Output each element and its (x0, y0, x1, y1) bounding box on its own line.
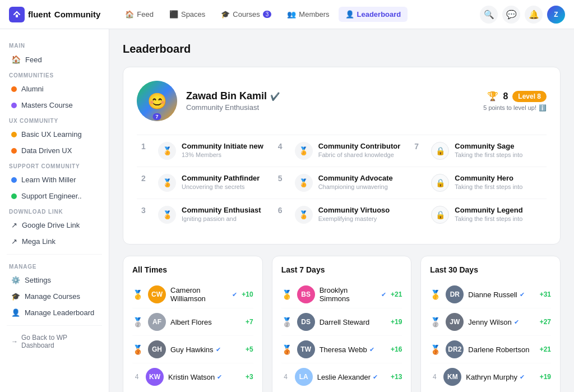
lb-row-avatar[interactable]: DR (446, 285, 464, 303)
badge-icon: 🔒 (431, 174, 449, 192)
messages-button[interactable]: 💬 (502, 6, 520, 24)
nav-leaderboard[interactable]: 👤Leaderboard (339, 7, 408, 22)
sidebar-item-data-driven[interactable]: Data Driven UX (7, 142, 102, 159)
lb-row-avatar[interactable]: LA (295, 368, 313, 386)
lb-row-name: Guy Hawkins ✔ (170, 345, 241, 354)
lb-row-avatar[interactable]: TW (297, 340, 315, 358)
feed-icon: 🏠 (125, 10, 134, 19)
wp-arrow-icon: → (11, 338, 18, 345)
badge-desc: Championing unwavering (318, 183, 393, 190)
lb-row-avatar[interactable]: JW (446, 313, 464, 331)
ux-section-label: UX COMMUNITY (7, 113, 102, 126)
support-section-label: SUPPORT COMMUNITY (7, 159, 102, 172)
notifications-button[interactable]: 🔔 (525, 6, 543, 24)
lb-row-points: +19 (540, 373, 551, 381)
sidebar-item-settings[interactable]: ⚙️ Settings (7, 272, 102, 288)
sidebar-item-manage-courses[interactable]: 🎓 Manage Courses (7, 288, 102, 305)
lb-row: 🥈 AF Albert Flores +7 (132, 308, 253, 336)
info-icon: ℹ️ (539, 104, 547, 112)
top-navigation: fluentCommunity 🏠Feed ⬛Spaces 🎓Courses 3… (0, 0, 574, 29)
nav-spaces[interactable]: ⬛Spaces (163, 7, 212, 22)
badge-info: Community Pathfinder Uncovering the secr… (182, 174, 260, 190)
courses-icon: 🎓 (221, 10, 230, 19)
lb-table-2: Last 30 Days 🥇 DR Dianne Russell ✔ +31 🥈… (420, 256, 561, 392)
sidebar-item-feed[interactable]: 🏠 Feed (7, 51, 102, 68)
lb-table-0: All Times 🥇 CW Cameron Williamson ✔ +10 … (123, 256, 263, 392)
badge-item: 🔒 Community Hero Taking the first steps … (410, 167, 547, 199)
leaderboard-tables: All Times 🥇 CW Cameron Williamson ✔ +10 … (123, 256, 561, 392)
badge-title: Community Pathfinder (182, 174, 260, 182)
app-logo[interactable]: fluentCommunity (9, 7, 100, 22)
badge-title: Community Enthusiast (182, 206, 261, 214)
badge-icon: 🔒 (431, 142, 449, 160)
rank-indicator: 4 (132, 373, 141, 381)
rank-indicator: 4 (430, 373, 439, 381)
badge-title: Community Sage (455, 142, 522, 150)
lb-row-avatar[interactable]: GH (148, 340, 166, 358)
wp-dashboard-link[interactable]: → Go Back to WP Dashboard (7, 330, 102, 353)
badge-info: Community Sage Taking the first steps in… (455, 142, 522, 158)
members-icon: 👥 (287, 10, 296, 19)
badge-info: Community Advocate Championing unwaverin… (318, 174, 393, 190)
badge-desc: Taking the first steps into (455, 215, 522, 222)
badge-info: Community Legend Taking the first steps … (455, 206, 522, 222)
lb-row: 🥉 GH Guy Hawkins ✔ +5 (132, 336, 253, 363)
sidebar-item-google-drive[interactable]: ↗ Google Drive Link (7, 217, 102, 233)
user-details: Zawad Bin Kamil ✔️ Community Enthusiast (186, 90, 474, 112)
user-avatar-top[interactable]: Z (547, 6, 565, 24)
lb-row-name: Cameron Williamson ✔ (170, 286, 237, 303)
external-link-icon-2: ↗ (11, 237, 17, 246)
nav-feed[interactable]: 🏠Feed (118, 7, 160, 22)
sidebar-item-mega-link[interactable]: ↗ Mega Link (7, 233, 102, 250)
user-avatar: 😊 7 (137, 81, 177, 121)
badge-desc: Exemplifying mastery (318, 215, 390, 222)
sidebar-item-manage-leaderboard[interactable]: 👤 Manage Leaderboard (7, 305, 102, 321)
lb-row-avatar[interactable]: DS (297, 313, 315, 331)
sidebar: MAIN 🏠 Feed COMMUNITIES Alumni Masters C… (0, 29, 109, 392)
settings-icon: ⚙️ (11, 276, 20, 284)
badge-item: 7 🔒 Community Sage Taking the first step… (410, 135, 547, 167)
sidebar-item-alumni[interactable]: Alumni (7, 81, 102, 97)
badge-item: 🔒 Community Legend Taking the first step… (410, 199, 547, 230)
lb-row-avatar[interactable]: AF (148, 313, 166, 331)
badge-item: 6 🏅 Community Virtuoso Exemplifying mast… (274, 199, 410, 230)
external-link-icon: ↗ (11, 221, 17, 229)
badge-item: 5 🏅 Community Advocate Championing unwav… (274, 167, 410, 199)
badge-info: Community Hero Taking the first steps in… (455, 174, 522, 190)
user-leaderboard-card: 😊 7 Zawad Bin Kamil ✔️ Community Enthusi… (123, 67, 561, 245)
badge-number: 5 (278, 174, 289, 183)
sidebar-item-learn-miller[interactable]: Learn With Miller (7, 172, 102, 188)
badge-item: 4 🏅 Community Contributor Fabric of shar… (274, 135, 410, 167)
rank-indicator: 🥇 (132, 289, 144, 300)
lb-row-avatar[interactable]: KW (146, 368, 164, 386)
lb-row-avatar[interactable]: CW (148, 285, 166, 303)
nav-courses[interactable]: 🎓Courses 3 (214, 7, 278, 22)
nav-members[interactable]: 👥Members (280, 7, 336, 22)
rank-indicator: 🥉 (430, 344, 441, 355)
lb-row-name: Albert Flores (170, 318, 241, 326)
badge-icon: 🏅 (295, 174, 313, 192)
lb-row-avatar[interactable]: KM (443, 368, 461, 386)
search-button[interactable]: 🔍 (480, 6, 498, 24)
basic-ux-dot (11, 132, 17, 137)
lb-row: 🥈 DS Darrell Steward +19 (281, 308, 402, 336)
rank-indicator: 🥈 (430, 317, 441, 328)
sidebar-item-basic-ux[interactable]: Basic UX Learning (7, 126, 102, 142)
main-content: Leaderboard 😊 7 Zawad Bin Kamil ✔️ Commu… (109, 29, 574, 392)
badge-number: 7 (414, 142, 425, 151)
badge-info: Community Virtuoso Exemplifying mastery (318, 206, 390, 222)
lb-row-avatar[interactable]: BS (297, 285, 315, 303)
rank-indicator: 🥈 (281, 317, 293, 328)
download-section-label: DOWNLOAD LINK (7, 204, 102, 217)
badge-desc: 13% Members (182, 151, 263, 158)
sidebar-item-support-eng[interactable]: Support Engineer.. (7, 188, 102, 204)
data-driven-dot (11, 148, 17, 154)
badge-icon: 🏅 (158, 142, 176, 160)
sidebar-item-masters[interactable]: Masters Course (7, 97, 102, 113)
user-role: Community Enthusiast (186, 103, 474, 112)
lb-row-points: +5 (246, 345, 253, 353)
rank-indicator: 🥇 (430, 289, 441, 300)
level-badge: Level 8 (512, 91, 547, 102)
user-info-row: 😊 7 Zawad Bin Kamil ✔️ Community Enthusi… (137, 81, 547, 121)
lb-row-avatar[interactable]: DR2 (446, 340, 464, 358)
